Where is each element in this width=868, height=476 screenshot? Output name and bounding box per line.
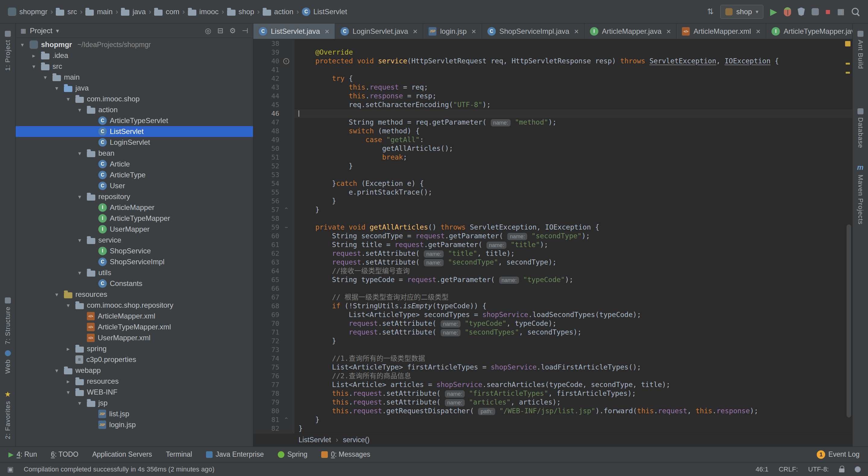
code-line[interactable]: List<Article> articles = shopService.sea… bbox=[294, 380, 852, 389]
close-icon[interactable]: × bbox=[413, 27, 417, 35]
gutter-row[interactable]: 69 bbox=[253, 310, 294, 319]
gutter-row[interactable]: 41 bbox=[253, 65, 294, 74]
tree-expand-arrow-icon[interactable]: ▾ bbox=[75, 237, 84, 244]
line-number[interactable]: 69 bbox=[253, 311, 279, 319]
tree-item[interactable]: CUser bbox=[16, 180, 253, 191]
gutter-row[interactable]: 60 bbox=[253, 232, 294, 240]
breadcrumb-item[interactable]: shop bbox=[227, 7, 254, 16]
tool-button-web[interactable]: Web bbox=[4, 347, 12, 377]
code-line[interactable]: } bbox=[294, 205, 852, 214]
tree-item[interactable]: CShopServiceImpl bbox=[16, 257, 253, 267]
line-number[interactable]: 82 bbox=[253, 425, 279, 432]
warning-stripe-mark[interactable] bbox=[846, 72, 850, 73]
tool-button-structure[interactable]: 7: Structure bbox=[4, 294, 12, 348]
gutter-row[interactable]: 44 bbox=[253, 92, 294, 100]
panel-title[interactable]: Project bbox=[30, 27, 53, 35]
gutter-row[interactable]: 80 bbox=[253, 407, 294, 415]
code-line[interactable] bbox=[294, 65, 852, 74]
tree-item[interactable]: ▸spring bbox=[16, 343, 253, 354]
tree-item[interactable]: ▾com.imooc.shop.repository bbox=[16, 300, 253, 311]
code-line[interactable]: String typeCode = request.getParameter( … bbox=[294, 275, 852, 284]
run-config-select[interactable]: shop ▾ bbox=[720, 5, 763, 19]
gutter-row[interactable]: 50 bbox=[253, 144, 294, 153]
tree-item[interactable]: CConstants bbox=[16, 278, 253, 289]
close-icon[interactable]: × bbox=[756, 27, 760, 35]
line-number[interactable]: 55 bbox=[253, 188, 279, 196]
tree-expand-arrow-icon[interactable]: ▸ bbox=[30, 52, 38, 59]
gutter-row[interactable]: 43 bbox=[253, 83, 294, 92]
gutter-row[interactable]: 38 bbox=[253, 39, 294, 48]
locate-icon[interactable]: ◎ bbox=[205, 27, 211, 35]
scrollbar-thumb[interactable] bbox=[846, 225, 851, 417]
tree-item[interactable]: ▾action bbox=[16, 105, 253, 115]
gutter-row[interactable]: 57^ bbox=[253, 205, 294, 214]
line-number[interactable]: 73 bbox=[253, 346, 279, 354]
gutter-row[interactable]: 68 bbox=[253, 302, 294, 310]
tree-item[interactable]: CArticleTypeServlet bbox=[16, 115, 253, 126]
line-number[interactable]: 40 bbox=[253, 57, 279, 65]
foldend-icon[interactable]: ^ bbox=[285, 417, 288, 422]
toolbar-button-spring[interactable]: Spring bbox=[278, 450, 307, 458]
breadcrumb-item[interactable]: main bbox=[85, 7, 113, 16]
stop-button[interactable]: ■ bbox=[826, 7, 831, 17]
override-icon[interactable]: ↑ bbox=[283, 58, 289, 64]
tree-item[interactable]: </>ArticleMapper.xml bbox=[16, 311, 253, 322]
gutter-row[interactable]: 82 bbox=[253, 424, 294, 433]
code-line[interactable]: this.request = req; bbox=[294, 83, 852, 92]
line-number[interactable]: 79 bbox=[253, 398, 279, 406]
line-number[interactable]: 50 bbox=[253, 145, 279, 152]
gutter-row[interactable]: 53 bbox=[253, 171, 294, 179]
line-number[interactable]: 59 bbox=[253, 224, 279, 231]
tree-expand-arrow-icon[interactable]: ▾ bbox=[75, 194, 84, 200]
code-line[interactable] bbox=[294, 171, 852, 179]
toolbar-button-java-enterprise[interactable]: Java Enterprise bbox=[206, 450, 264, 458]
gutter-row[interactable]: 64 bbox=[253, 267, 294, 275]
tree-item[interactable]: ≡c3p0.properties bbox=[16, 354, 253, 365]
gutter-row[interactable]: 45 bbox=[253, 100, 294, 109]
tree-item[interactable]: CLoginServlet bbox=[16, 137, 253, 148]
warning-stripe-mark[interactable] bbox=[846, 63, 850, 64]
tree-item[interactable]: ▾com.imooc.shop bbox=[16, 93, 253, 105]
code-line[interactable]: // 根据一级类型查询对应的二级类型 bbox=[294, 293, 852, 302]
gutter-row[interactable]: 73 bbox=[253, 346, 294, 354]
gutter-row[interactable]: 59− bbox=[253, 223, 294, 232]
line-number[interactable]: 46 bbox=[253, 110, 279, 117]
tree-expand-arrow-icon[interactable]: ▾ bbox=[64, 302, 72, 309]
tree-item[interactable]: ▾repository bbox=[16, 191, 253, 202]
debug-button[interactable] bbox=[784, 7, 791, 16]
coverage-button[interactable] bbox=[798, 7, 805, 16]
gutter-row[interactable]: 56 bbox=[253, 197, 294, 205]
code-line[interactable]: e.printStackTrace(); bbox=[294, 188, 852, 197]
line-number[interactable]: 57 bbox=[253, 206, 279, 214]
event-log-button[interactable]: 1Event Log bbox=[817, 450, 860, 459]
tree-expand-arrow-icon[interactable]: ▾ bbox=[75, 269, 84, 276]
gutter-row[interactable]: 75 bbox=[253, 363, 294, 371]
line-number[interactable]: 66 bbox=[253, 285, 279, 292]
breadcrumb-item[interactable]: CListServlet bbox=[302, 7, 347, 16]
lock-icon[interactable] bbox=[839, 469, 844, 472]
code-line[interactable] bbox=[294, 39, 852, 48]
tree-item[interactable]: ▾src bbox=[16, 61, 253, 72]
tree-item[interactable]: CArticle bbox=[16, 159, 253, 170]
tree-expand-arrow-icon[interactable]: ▾ bbox=[64, 389, 72, 396]
hide-panel-icon[interactable]: ⊣ bbox=[242, 27, 248, 35]
code-line[interactable]: this.request.getRequestDispatcher( path:… bbox=[294, 407, 852, 415]
toolbar-button-app-servers[interactable]: Application Servers bbox=[92, 450, 152, 458]
line-number[interactable]: 39 bbox=[253, 49, 279, 56]
tree-item[interactable]: ▾java bbox=[16, 83, 253, 93]
vcs-update-icon[interactable]: ⇅ bbox=[707, 7, 714, 16]
line-separator[interactable]: CRLF: bbox=[779, 466, 798, 473]
code-line[interactable]: req.setCharacterEncoding("UTF-8"); bbox=[294, 100, 852, 109]
code-line[interactable]: this.request.setAttribute( name: "articl… bbox=[294, 398, 852, 407]
code-line[interactable]: } bbox=[294, 415, 852, 424]
line-number[interactable]: 65 bbox=[253, 276, 279, 284]
gutter-row[interactable]: 74 bbox=[253, 354, 294, 363]
tree-expand-arrow-icon[interactable]: ▾ bbox=[75, 150, 84, 157]
line-number[interactable]: 62 bbox=[253, 250, 279, 257]
gutter-row[interactable]: 52 bbox=[253, 162, 294, 171]
close-icon[interactable]: × bbox=[574, 27, 579, 35]
line-number[interactable]: 67 bbox=[253, 294, 279, 301]
editor-tab[interactable]: JSPlogin.jsp× bbox=[423, 24, 482, 39]
gutter-row[interactable]: 77 bbox=[253, 380, 294, 389]
editor-scrollbar[interactable] bbox=[843, 39, 852, 433]
